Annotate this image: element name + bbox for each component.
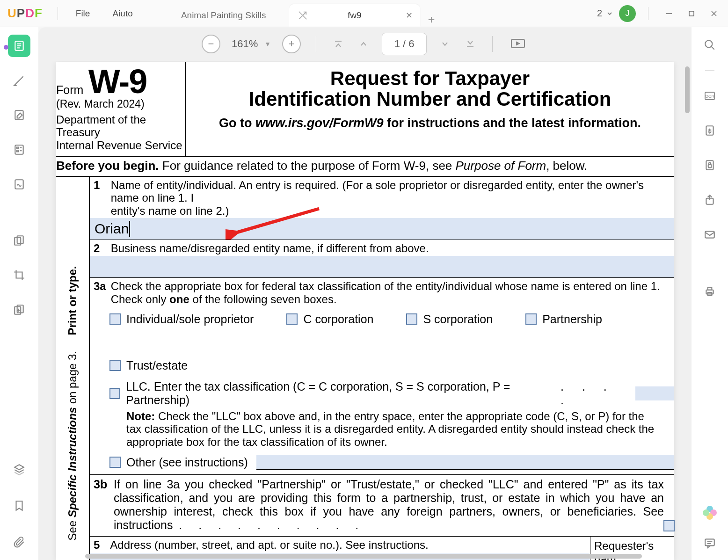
svg-point-23 [705,40,712,47]
checkbox-trust[interactable] [109,360,121,371]
svg-rect-12 [17,150,19,152]
llc-code-input[interactable] [635,386,674,400]
menu-file[interactable]: File [65,8,102,19]
checkbox-scorp[interactable] [406,313,417,325]
tab-close-icon[interactable]: ✕ [406,10,413,21]
separator [705,70,714,71]
chevron-down-icon: ▼ [264,40,271,48]
highlight-tool-button[interactable] [8,69,30,92]
minimize-button[interactable] [661,5,677,22]
svg-rect-14 [15,180,23,189]
indicator-dot [4,45,8,50]
form-title-line2: Identification Number and Certification [196,88,664,110]
next-page-button[interactable] [438,37,452,51]
ai-assistant-icon[interactable] [703,506,717,520]
tab-active[interactable]: fw9 ✕ [289,4,420,27]
print-button[interactable] [700,282,719,301]
line2-number: 2 [94,242,108,255]
page-number-input[interactable]: 1 / 6 [382,33,427,55]
zoom-level-dropdown[interactable]: 161% ▼ [232,38,271,50]
line1-number: 1 [94,179,108,192]
svg-rect-35 [705,539,714,545]
irs-name: Internal Revenue Service [56,139,185,152]
svg-rect-1 [689,11,694,16]
search-button[interactable] [700,36,719,54]
text-cursor [129,221,130,237]
edit-disabled-icon [298,10,308,21]
protect-button[interactable] [700,156,719,175]
checkbox-ccorp[interactable] [286,313,298,325]
edit-text-button[interactable] [8,104,30,126]
svg-rect-33 [708,287,712,290]
svg-line-24 [711,46,714,50]
line3a-label: Check the appropriate box for federal ta… [111,280,672,305]
checkbox-llc[interactable] [109,388,120,399]
svg-text:OCR: OCR [705,94,715,99]
share-button[interactable] [700,190,719,209]
separator [316,36,316,52]
zoom-out-button[interactable]: − [202,35,220,53]
zoom-in-button[interactable]: + [282,35,301,53]
svg-rect-31 [705,232,714,238]
user-avatar[interactable]: J [619,5,636,22]
compress-button[interactable] [8,298,30,321]
separator [58,7,58,20]
other-input[interactable] [256,455,674,470]
last-page-button[interactable] [463,37,477,51]
open-docs-dropdown[interactable]: 2 [597,8,613,19]
llc-note: Note: Check the "LLC" box above and, in … [90,409,674,452]
instructions-link: Go to www.irs.gov/FormW9 for instruction… [196,116,664,131]
crop-tool-button[interactable] [8,264,30,286]
app-logo: UPDF [7,6,43,21]
organize-pages-button[interactable] [8,229,30,252]
maximize-button[interactable] [683,5,700,22]
line3b-text: If on line 3a you checked "Partnership" … [114,478,664,531]
checkbox-individual[interactable] [109,313,121,325]
revision-date: (Rev. March 2024) [56,98,185,110]
tab-inactive[interactable]: Animal Painting Skills [158,4,289,27]
form-number: W-9 [88,66,147,97]
vertical-scrollbar[interactable] [685,66,690,113]
tab-label: Animal Painting Skills [181,10,266,21]
svg-rect-10 [17,147,19,149]
menu-help[interactable]: Aiuto [101,8,144,19]
line5-number: 5 [94,538,108,552]
department-name: Department of the Treasury [56,113,185,139]
prev-page-button[interactable] [357,37,371,51]
checkbox-foreign-partners[interactable] [663,520,675,531]
horizontal-scrollbar[interactable] [85,554,642,559]
line3a-number: 3a [94,280,108,293]
svg-rect-29 [708,165,712,168]
name-input-field[interactable]: Orian [90,218,674,240]
line2-label: Business name/disregarded entity name, i… [111,242,672,255]
ocr-button[interactable]: OCR [700,87,719,105]
close-window-button[interactable] [706,5,722,22]
business-name-input[interactable] [90,256,674,277]
first-page-button[interactable] [331,37,345,51]
line5-label: Address (number, street, and apt. or sui… [110,538,428,551]
separator [648,7,648,20]
before-begin-note: Before you begin. For guidance related t… [56,157,674,177]
chevron-down-icon [606,10,613,17]
new-tab-button[interactable]: ＋ [422,12,441,27]
line1-label: Name of entity/individual. An entry is r… [111,179,672,218]
checkbox-other[interactable] [109,457,121,468]
reader-mode-button[interactable] [8,35,30,57]
form-title-line1: Request for Taxpayer [196,67,664,90]
line3b-number: 3b [94,478,110,491]
attachment-button[interactable] [8,531,30,553]
side-instructions: See Specific Instructions on page 3. Pri… [66,266,79,540]
form-tool-button[interactable] [8,138,30,161]
checkbox-partnership[interactable] [525,313,537,325]
comments-button[interactable] [700,534,719,553]
presentation-mode-button[interactable] [508,36,528,52]
layers-button[interactable] [8,458,30,480]
bookmark-button[interactable] [8,495,30,517]
separator [492,36,493,52]
fill-sign-button[interactable] [8,173,30,196]
convert-button[interactable] [700,121,719,140]
annotation-arrow-icon [226,207,324,240]
tab-label: fw9 [348,10,362,21]
email-button[interactable] [700,225,719,244]
svg-line-22 [235,209,319,233]
